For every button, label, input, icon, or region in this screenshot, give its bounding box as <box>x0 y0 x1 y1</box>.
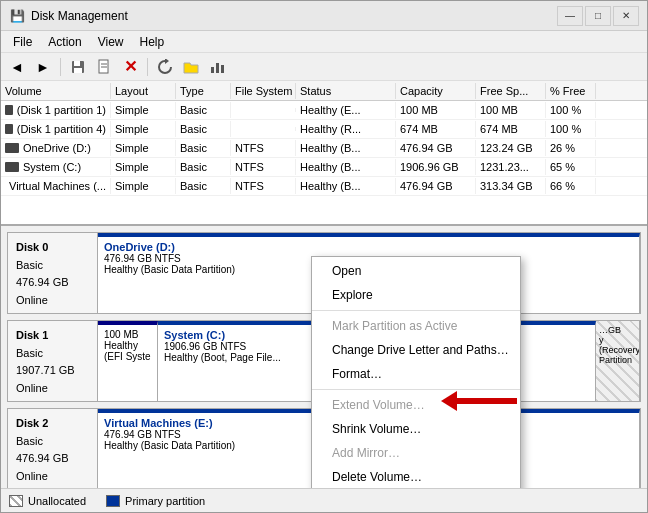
content-area: Volume Layout Type File System Status Ca… <box>1 81 647 488</box>
col-capacity[interactable]: Capacity <box>396 83 476 99</box>
toolbar-separator-2 <box>147 58 148 76</box>
primary-label: Primary partition <box>125 495 205 507</box>
svg-rect-6 <box>211 67 214 73</box>
disk-1-partition-0[interactable]: 100 MB Healthy (EFI Syste <box>98 321 158 401</box>
title-bar: 💾 Disk Management — □ ✕ <box>1 1 647 31</box>
ctx-mark-active: Mark Partition as Active <box>312 314 520 338</box>
ctx-change-drive-letter[interactable]: Change Drive Letter and Paths… <box>312 338 520 362</box>
table-row[interactable]: (Disk 1 partition 1) Simple Basic Health… <box>1 101 647 120</box>
ctx-format[interactable]: Format… <box>312 362 520 386</box>
primary-box <box>106 495 120 507</box>
ctx-add-mirror: Add Mirror… <box>312 441 520 465</box>
disk-0-status: Online <box>16 292 89 310</box>
menu-file[interactable]: File <box>5 33 40 51</box>
ctx-open[interactable]: Open <box>312 259 520 283</box>
cell-volume-3: System (C:) <box>1 159 111 175</box>
table-row[interactable]: (Disk 1 partition 4) Simple Basic Health… <box>1 120 647 139</box>
menu-view[interactable]: View <box>90 33 132 51</box>
disk-2-name: Disk 2 <box>16 415 89 433</box>
red-arrow <box>441 391 517 411</box>
disk-0-type: Basic <box>16 257 89 275</box>
minimize-button[interactable]: — <box>557 6 583 26</box>
ctx-shrink-volume[interactable]: Shrink Volume… <box>312 417 520 441</box>
col-volume[interactable]: Volume <box>1 83 111 99</box>
disk-1-partition-recovery[interactable]: …GB y (Recovery Partition <box>596 321 640 401</box>
disk-1-status: Online <box>16 380 89 398</box>
save-button[interactable] <box>66 56 90 78</box>
table-row[interactable]: System (C:) Simple Basic NTFS Healthy (B… <box>1 158 647 177</box>
arrow-shaft <box>457 398 517 404</box>
drive-icon-3 <box>5 162 19 172</box>
col-type[interactable]: Type <box>176 83 231 99</box>
disk-1-label: Disk 1 Basic 1907.71 GB Online <box>8 321 98 401</box>
status-bar: Unallocated Primary partition <box>1 488 647 512</box>
delete-button[interactable]: ✕ <box>118 56 142 78</box>
partition-size: 100 MB <box>104 329 151 340</box>
svg-rect-7 <box>216 63 219 73</box>
arrow-head <box>441 391 457 411</box>
window-title: Disk Management <box>31 9 557 23</box>
cell-volume-1: (Disk 1 partition 4) <box>1 121 111 137</box>
back-button[interactable]: ◄ <box>5 56 29 78</box>
maximize-button[interactable]: □ <box>585 6 611 26</box>
partition-status: Healthy (EFI Syste <box>104 340 151 362</box>
disk-2-type: Basic <box>16 433 89 451</box>
folder-button[interactable] <box>179 56 203 78</box>
drive-icon-1 <box>5 124 13 134</box>
toolbar-separator-1 <box>60 58 61 76</box>
svg-rect-1 <box>74 61 80 66</box>
col-layout[interactable]: Layout <box>111 83 176 99</box>
disk-2-size: 476.94 GB <box>16 450 89 468</box>
ctx-explore[interactable]: Explore <box>312 283 520 307</box>
volume-table: Volume Layout Type File System Status Ca… <box>1 81 647 226</box>
disk-0-size: 476.94 GB <box>16 274 89 292</box>
drive-icon-2 <box>5 143 19 153</box>
menu-help[interactable]: Help <box>132 33 173 51</box>
menu-bar: File Action View Help <box>1 31 647 53</box>
table-row[interactable]: OneDrive (D:) Simple Basic NTFS Healthy … <box>1 139 647 158</box>
menu-action[interactable]: Action <box>40 33 89 51</box>
close-button[interactable]: ✕ <box>613 6 639 26</box>
window-icon: 💾 <box>9 8 25 24</box>
cell-volume-4: Virtual Machines (... <box>1 178 111 194</box>
ctx-separator-2 <box>312 389 520 390</box>
unallocated-box <box>9 495 23 507</box>
cell-volume-0: (Disk 1 partition 1) <box>1 102 111 118</box>
refresh-button[interactable] <box>153 56 177 78</box>
cell-volume-2: OneDrive (D:) <box>1 140 111 156</box>
ctx-delete-volume[interactable]: Delete Volume… <box>312 465 520 488</box>
disk-1-type: Basic <box>16 345 89 363</box>
table-header: Volume Layout Type File System Status Ca… <box>1 81 647 101</box>
legend-unallocated: Unallocated <box>9 495 86 507</box>
title-bar-buttons: — □ ✕ <box>557 6 639 26</box>
document-button[interactable] <box>92 56 116 78</box>
toolbar: ◄ ► ✕ <box>1 53 647 81</box>
disk-1-size: 1907.71 GB <box>16 362 89 380</box>
disk-1-name: Disk 1 <box>16 327 89 345</box>
disk-0-name: Disk 0 <box>16 239 89 257</box>
disk-0-label: Disk 0 Basic 476.94 GB Online <box>8 233 98 313</box>
disk-2-status: Online <box>16 468 89 486</box>
main-window: 💾 Disk Management — □ ✕ File Action View… <box>0 0 648 513</box>
forward-button[interactable]: ► <box>31 56 55 78</box>
col-free[interactable]: Free Sp... <box>476 83 546 99</box>
col-status[interactable]: Status <box>296 83 396 99</box>
ctx-separator-1 <box>312 310 520 311</box>
partition-name: OneDrive (D:) <box>104 241 633 253</box>
legend-primary: Primary partition <box>106 495 205 507</box>
table-row[interactable]: Virtual Machines (... Simple Basic NTFS … <box>1 177 647 196</box>
unallocated-label: Unallocated <box>28 495 86 507</box>
col-fs[interactable]: File System <box>231 83 296 99</box>
drive-icon-0 <box>5 105 13 115</box>
disk-2-label: Disk 2 Basic 476.94 GB Online <box>8 409 98 488</box>
col-pct[interactable]: % Free <box>546 83 596 99</box>
svg-rect-2 <box>74 68 82 73</box>
context-menu: Open Explore Mark Partition as Active Ch… <box>311 256 521 488</box>
svg-rect-8 <box>221 65 224 73</box>
chart-button[interactable] <box>205 56 229 78</box>
